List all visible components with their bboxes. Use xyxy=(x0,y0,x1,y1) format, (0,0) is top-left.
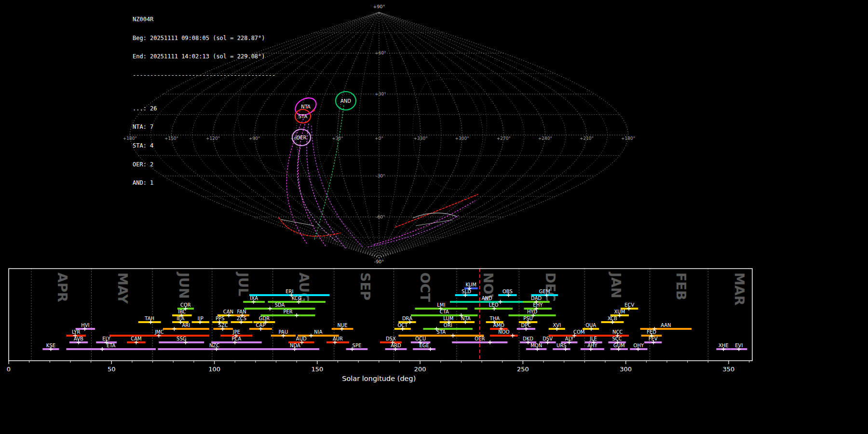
shower-label-jpe: JPE xyxy=(232,329,240,335)
x-tick-label: 0 xyxy=(7,366,11,373)
month-label-feb: FEB xyxy=(674,272,689,300)
shower-label-jle: JLE xyxy=(589,336,597,341)
shower-label-aur: AUR xyxy=(333,336,343,341)
shower-label-ecv: ECV xyxy=(624,302,634,308)
peak-marker-sta xyxy=(451,334,455,338)
x-tick-label: 300 xyxy=(620,366,632,373)
x-axis-label: Solar longitude (deg) xyxy=(342,375,416,382)
shower-label-kum: KUM xyxy=(466,282,476,287)
shower-label-hvi: HVI xyxy=(81,323,89,328)
shower-label-dad: DAD xyxy=(531,296,542,301)
shower-label-gum: GUM xyxy=(613,343,625,348)
shower-label-eta: ETA xyxy=(107,343,116,348)
shower-label-aan: AAN xyxy=(661,323,671,328)
peak-marker-oer xyxy=(488,340,492,344)
x-tick-label: 150 xyxy=(311,366,323,373)
shower-label-leo: LEO xyxy=(489,302,499,308)
meteor-observation-screen: NTASTAOERAND+90°-90°+60°+30°-30°-60°+180… xyxy=(0,0,868,434)
shower-label-sld: SLD xyxy=(461,289,471,294)
shower-label-spe: SPE xyxy=(353,343,362,348)
shower-label-fan: FAN xyxy=(237,309,246,314)
shower-label-nue: NUE xyxy=(338,323,348,328)
shower-label-cta: CTA xyxy=(440,309,449,314)
count-oer: OER: 2 xyxy=(133,162,275,168)
peak-marker-sda xyxy=(268,307,272,311)
shower-label-pps: PPS xyxy=(216,316,224,321)
shower-label-dra: DRA xyxy=(402,316,412,321)
shower-label-tah: TAH xyxy=(144,316,154,321)
shower-label-ocu: OCU xyxy=(415,336,426,341)
x-tick-label: 350 xyxy=(723,366,735,373)
month-label-sep: SEP xyxy=(358,272,373,300)
x-axis: 050100150200250300350Solar longitude (de… xyxy=(7,361,749,382)
shower-label-xvi: XVI xyxy=(553,323,561,328)
begin-time: Beg: 20251111 09:08:05 (sol = 228.87°) xyxy=(133,35,275,41)
shower-label-nzc: NZC xyxy=(209,343,219,348)
shower-label-hyd: HYD xyxy=(527,309,538,314)
x-tick-label: 100 xyxy=(208,366,220,373)
shower-label-qua: QUA xyxy=(585,323,596,328)
shower-label-avb: AVB xyxy=(74,336,83,341)
count-nta: NTA: 7 xyxy=(133,124,275,130)
shower-label-lmi: LMI xyxy=(437,302,445,308)
observation-info-block: NZ004R Beg: 20251111 09:08:05 (sol = 228… xyxy=(133,4,275,199)
shower-label-ely: ELY xyxy=(102,336,111,341)
shower-label-urs: URS xyxy=(556,343,567,348)
shower-label-lyr: LYR xyxy=(72,329,80,335)
count-and: AND: 1 xyxy=(133,180,275,186)
shower-label-and: AND xyxy=(482,296,492,301)
shower-label-pau: PAU xyxy=(279,329,288,335)
shower-label-ari: ARI xyxy=(182,323,190,328)
shower-label-dsx: DSX xyxy=(386,336,396,341)
shower-label-per: PER xyxy=(283,309,292,314)
divider: ----------------------------------------… xyxy=(133,72,275,79)
peak-marker-and xyxy=(499,300,502,304)
shower-label-sda: SDA xyxy=(275,302,285,308)
month-label-may: MAY xyxy=(115,272,130,304)
shower-label-xum: XUM xyxy=(614,309,625,314)
month-label-oct: OCT xyxy=(418,272,433,302)
shower-label-scc: SCC xyxy=(612,336,622,341)
end-time: End: 20251111 14:02:13 (sol = 229.08°) xyxy=(133,54,275,60)
x-tick-label: 200 xyxy=(414,366,426,373)
shower-label-can: CAN xyxy=(223,309,233,314)
shower-label-irc: IRC xyxy=(178,309,186,314)
peak-marker-ari xyxy=(172,327,176,331)
month-label-mar: MAR xyxy=(732,272,747,306)
shower-label-fed: FED xyxy=(647,329,656,335)
shower-label-ixa: IXA xyxy=(250,296,258,301)
shower-label-xcb: XCB xyxy=(608,316,617,321)
peak-marker-nia xyxy=(309,334,313,338)
shower-label-gdr: GDR xyxy=(259,316,270,321)
month-label-jan: JAN xyxy=(609,271,624,298)
month-label-jul: JUL xyxy=(236,271,251,296)
shower-label-psu: PSU xyxy=(523,316,533,321)
shower-label-ard: ARD xyxy=(391,343,401,348)
shower-label-dsv: DSV xyxy=(542,336,553,341)
shower-label-kse: KSE xyxy=(46,343,55,348)
shower-label-ncc: NCC xyxy=(612,329,623,335)
month-label-jun: JUN xyxy=(176,271,191,299)
shower-label-ori: ORI xyxy=(444,323,452,328)
shower-label-cap: CAP xyxy=(256,323,266,328)
activity-timeline: APRMAYJUNJULAUGSEPOCTNOVDECJANFEBMAR0501… xyxy=(0,0,868,434)
shower-label-zcs: ZCS xyxy=(237,316,246,321)
shower-label-iea: IEA xyxy=(176,316,184,321)
shower-label-noo: NOO xyxy=(498,329,509,335)
shower-label-dpc: DPC xyxy=(521,323,531,328)
shower-label-ehy: EHY xyxy=(533,302,543,308)
month-label-dec: DEC xyxy=(543,272,558,302)
shower-label-nda: NDA xyxy=(290,343,300,348)
shower-label-evi: EVI xyxy=(735,343,743,348)
month-label-apr: APR xyxy=(55,272,70,302)
shower-label-ahy: AHY xyxy=(587,343,597,348)
shower-label-com: COM xyxy=(573,329,584,335)
shower-label-cam: CAM xyxy=(131,336,141,341)
shower-label-gem: GEM xyxy=(539,289,550,294)
peak-marker-noo xyxy=(511,334,515,338)
shower-label-fev: FEV xyxy=(649,336,658,341)
shower-label-nta: NTA xyxy=(461,316,471,321)
shower-label-eri: ERI xyxy=(285,289,293,294)
shower-label-oct: OCT xyxy=(397,323,408,328)
shower-bars: KUMERISLDOBSGEMIXAKCGANDDADCORSDALMILEOE… xyxy=(42,282,747,352)
